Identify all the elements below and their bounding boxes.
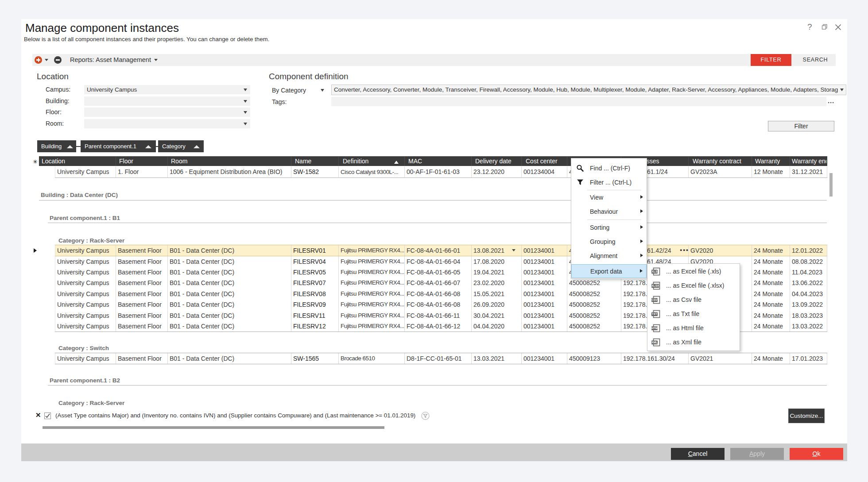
svg-text:HTM: HTM [651, 327, 658, 330]
svg-text:CSV: CSV [651, 298, 658, 301]
svg-text:XML: XML [651, 341, 658, 344]
svg-text:XLSX: XLSX [651, 284, 659, 287]
svg-text:TXT: TXT [652, 312, 657, 316]
svg-text:XLS: XLS [652, 270, 658, 273]
